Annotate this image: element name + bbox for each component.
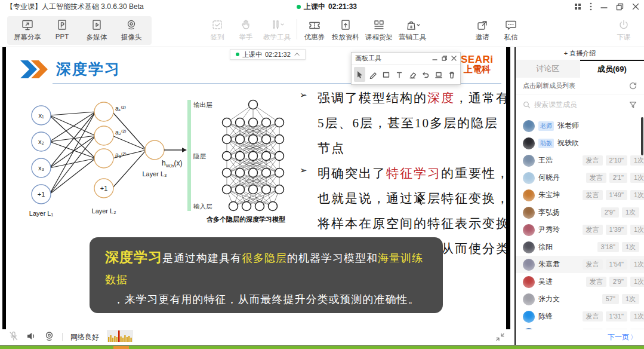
speak-count-chip: 1次 bbox=[630, 190, 644, 200]
member-row[interactable]: 王浩 发言 2'10" 1次 bbox=[516, 152, 644, 169]
member-stats: 3'18" 1次 bbox=[597, 242, 639, 252]
live-intro-header[interactable]: + 直播介绍 bbox=[516, 47, 644, 60]
slide-title: 深度学习 bbox=[56, 59, 121, 79]
member-list[interactable]: 老师 张老师 助教 祝轶欣 王浩 发言 2'10" 1次 何晓丹 发言 2'1 bbox=[516, 117, 644, 329]
svg-text:Layer L₁: Layer L₁ bbox=[29, 210, 54, 217]
member-row[interactable]: 吴进 发言 2'9" 1次 bbox=[516, 273, 644, 290]
collapse-caret-icon[interactable] bbox=[294, 53, 299, 57]
pencil-tool-icon[interactable] bbox=[367, 67, 378, 82]
ppt-button[interactable]: PPT bbox=[47, 18, 78, 43]
restore-icon[interactable] bbox=[616, 3, 624, 11]
filter-icon[interactable] bbox=[629, 101, 637, 109]
whiteboard-tools-panel: 画板工具 bbox=[351, 52, 461, 85]
minimize-icon[interactable] bbox=[600, 3, 608, 10]
bullet-highlight: 特征学习 bbox=[386, 166, 441, 180]
course-shelf-button[interactable]: 课程货架 bbox=[362, 18, 396, 43]
member-row[interactable]: 何晓丹 发言 2'1" 1次 bbox=[516, 169, 644, 186]
member-row[interactable]: 朱宝坤 发言 1'49" 1次 bbox=[516, 186, 644, 204]
slide-canvas[interactable]: 深度学习 上课中 02:21:32 画板工具 bbox=[0, 47, 514, 329]
class-timer-pill[interactable]: 上课中 02:21:32 bbox=[230, 49, 306, 60]
member-stats: 发言 2'9" 1次 bbox=[586, 277, 644, 287]
window-controls bbox=[574, 0, 639, 13]
wb-restore-icon[interactable] bbox=[442, 56, 447, 61]
tab-discussion[interactable]: 讨论区 bbox=[516, 60, 580, 78]
refresh-icon[interactable] bbox=[629, 82, 637, 90]
member-name: 徐阳 bbox=[538, 242, 553, 252]
network-status-label: 网络良好 bbox=[70, 332, 99, 342]
close-icon[interactable] bbox=[632, 3, 639, 10]
refresh-members-label: 点击刷新成员列表 bbox=[523, 81, 575, 90]
member-row[interactable]: 老师 张老师 bbox=[516, 117, 644, 134]
speak-action-chip[interactable]: 发言 bbox=[586, 277, 606, 287]
sidebar-tabs: 讨论区 成员(69) bbox=[516, 60, 644, 78]
webcam-icon[interactable] bbox=[44, 331, 54, 344]
member-name: 何晓丹 bbox=[538, 173, 560, 183]
refresh-members-row[interactable]: 点击刷新成员列表 bbox=[516, 78, 644, 94]
member-row[interactable]: 张力文 57" 1次 bbox=[516, 290, 644, 308]
member-role-badge: 助教 bbox=[538, 139, 554, 148]
whiteboard-panel-header[interactable]: 画板工具 bbox=[352, 53, 460, 65]
member-name: 吴进 bbox=[538, 277, 553, 287]
member-row[interactable]: 朱嘉君 发言 1'54" 1次 bbox=[516, 256, 644, 273]
search-input[interactable] bbox=[534, 100, 625, 109]
speak-count-chip: 1次 bbox=[630, 259, 644, 270]
raise-hand-button[interactable]: 举手 bbox=[232, 18, 260, 43]
member-row[interactable]: 助教 祝轶欣 bbox=[516, 134, 644, 152]
screen-share-button[interactable]: 屏幕分享 bbox=[12, 18, 43, 43]
end-class-button[interactable]: 下课 bbox=[611, 18, 637, 43]
select-tool-icon[interactable] bbox=[354, 67, 365, 82]
speak-action-chip[interactable]: 发言 bbox=[583, 259, 603, 270]
layout-grid-icon[interactable] bbox=[574, 3, 581, 10]
clear-tool-icon[interactable] bbox=[446, 67, 458, 82]
speaker-icon[interactable] bbox=[26, 331, 36, 344]
member-stats: 发言 1'54" 1次 bbox=[583, 259, 644, 270]
member-avatar bbox=[523, 241, 535, 253]
checkin-button[interactable]: 签到 bbox=[203, 18, 232, 43]
end-class-group: 下课 bbox=[611, 18, 637, 43]
speak-count-chip: 1次 bbox=[622, 207, 639, 218]
member-avatar bbox=[523, 120, 535, 132]
camera-button[interactable]: 摄像头 bbox=[116, 18, 147, 43]
exit-fullscreen-icon[interactable] bbox=[495, 332, 505, 344]
speak-action-chip[interactable]: 发言 bbox=[583, 311, 603, 322]
wb-minimize-icon[interactable] bbox=[432, 56, 437, 61]
member-list-scrollbar[interactable] bbox=[641, 117, 643, 155]
marketing-tools-button[interactable]: 营销工具 bbox=[396, 18, 429, 43]
undo-tool-icon[interactable] bbox=[420, 67, 432, 82]
main-stage: 深度学习 上课中 02:21:32 画板工具 bbox=[0, 47, 514, 345]
coupon-button[interactable]: 优惠券 bbox=[300, 18, 329, 43]
speak-action-chip[interactable]: 发言 bbox=[583, 190, 603, 200]
direct-message-button[interactable]: 私信 bbox=[497, 18, 525, 43]
member-name: 王浩 bbox=[538, 155, 553, 166]
speak-action-chip[interactable]: 发言 bbox=[583, 225, 603, 235]
member-row[interactable]: 徐阳 3'18" 1次 bbox=[516, 238, 644, 256]
member-row[interactable]: 张昕 发言 1'38" 1次 bbox=[516, 325, 644, 329]
multimedia-button[interactable]: 多媒体 bbox=[81, 18, 112, 43]
next-page-link[interactable]: 下一页 bbox=[608, 332, 629, 342]
member-row[interactable]: 李弘扬 2'9" 1次 bbox=[516, 204, 644, 221]
wb-close-icon[interactable] bbox=[451, 56, 457, 61]
board-tool-icon[interactable] bbox=[433, 67, 445, 82]
invite-button[interactable]: 邀请 bbox=[468, 18, 497, 43]
more-menu-icon[interactable] bbox=[590, 2, 592, 11]
materials-button[interactable]: 投放资料 bbox=[329, 18, 362, 43]
speak-count-chip: 1次 bbox=[622, 294, 639, 304]
eraser-tool-icon[interactable] bbox=[407, 67, 418, 82]
member-row[interactable]: 陈锋 发言 1'31" 1次 bbox=[516, 308, 644, 325]
member-stats: 发言 1'31" 1次 bbox=[583, 311, 644, 322]
svg-text:输出层: 输出层 bbox=[193, 101, 212, 108]
rectangle-tool-icon[interactable] bbox=[380, 67, 392, 82]
speak-action-chip[interactable]: 发言 bbox=[586, 173, 606, 183]
text-tool-icon[interactable] bbox=[393, 67, 405, 82]
speak-action-chip[interactable]: 发言 bbox=[583, 155, 603, 166]
communication-group: 邀请 私信 bbox=[468, 18, 525, 43]
search-icon bbox=[523, 101, 531, 109]
speak-time-chip: 2'10" bbox=[606, 155, 627, 166]
tab-members[interactable]: 成员(69) bbox=[580, 60, 644, 78]
member-row[interactable]: 尹秀玲 发言 1'39" 1次 bbox=[516, 221, 644, 238]
microphone-muted-icon[interactable] bbox=[8, 331, 19, 344]
member-name: 朱宝坤 bbox=[538, 190, 560, 200]
svg-text:+1: +1 bbox=[38, 191, 45, 198]
next-page-arrow-icon[interactable]: 〉 bbox=[630, 333, 637, 342]
teaching-tools-button[interactable]: 教学工具 bbox=[260, 18, 294, 43]
